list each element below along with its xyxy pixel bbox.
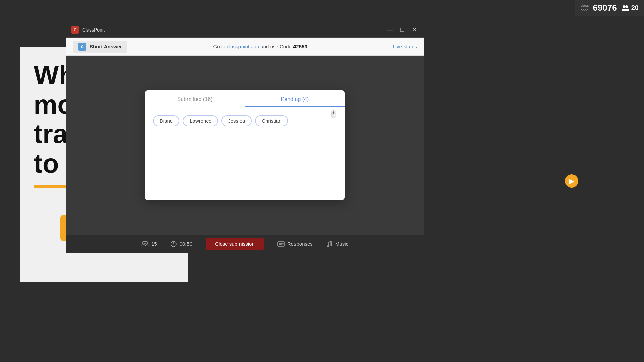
svg-point-7 — [624, 9, 629, 11]
class-code-badge: class code 69076 20 — [575, 0, 644, 16]
instruction-text: Go to — [213, 44, 226, 49]
close-button[interactable]: ✕ — [410, 26, 418, 34]
svg-point-23 — [327, 245, 329, 246]
participants-toolbar-item: 15 — [141, 241, 157, 247]
timer-display: 00:50 — [180, 241, 193, 247]
participants-count-toolbar: 15 — [151, 241, 157, 247]
name-chip-lawrence[interactable]: Lawrence — [183, 115, 218, 126]
svg-point-12 — [142, 241, 145, 244]
responses-label: Responses — [287, 241, 313, 247]
header-bar: C Short Answer Go to classpoint.app and … — [66, 38, 424, 56]
class-code-number: 69076 — [593, 3, 617, 13]
svg-text:C: C — [74, 28, 76, 32]
close-submission-button[interactable]: Close submission — [206, 238, 264, 250]
modal-tabs: Submitted (16) Pending (4) — [145, 90, 345, 107]
modal-body: Diane Lawrence Jessica Christian — [145, 107, 345, 200]
svg-point-13 — [145, 241, 148, 244]
instruction-mid: and use Code — [260, 44, 293, 49]
app-name: ClassPoint — [82, 27, 105, 33]
title-bar: C ClassPoint — □ ✕ — [66, 22, 424, 38]
tab-submitted[interactable]: Submitted (16) — [145, 90, 245, 107]
timer-icon — [170, 241, 177, 247]
participants-count: 20 — [621, 4, 639, 12]
name-chip-jessica[interactable]: Jessica — [221, 115, 252, 126]
status-modal: Submitted (16) Pending (4) Diane Lawrenc… — [145, 90, 345, 200]
class-code-label: class code — [580, 3, 589, 12]
responses-icon — [277, 241, 285, 247]
title-bar-left: C ClassPoint — [71, 26, 105, 34]
main-window: C ClassPoint — □ ✕ C Short Answer Go to … — [66, 22, 424, 253]
live-status-link[interactable]: Live status — [393, 44, 417, 49]
short-answer-mode-icon: C — [79, 44, 85, 50]
svg-text:C: C — [81, 45, 84, 49]
svg-point-5 — [625, 5, 628, 8]
window-controls: — □ ✕ — [386, 26, 418, 34]
next-slide-arrow[interactable]: ▶ — [565, 174, 578, 188]
name-chip-diane[interactable]: Diane — [153, 115, 179, 126]
classpoint-url[interactable]: classpoint.app — [227, 44, 259, 49]
music-toolbar-item[interactable]: Music — [326, 241, 348, 247]
music-icon — [326, 241, 333, 247]
short-answer-label: Short Answer — [90, 44, 122, 49]
short-answer-icon: C — [78, 43, 86, 51]
short-answer-tab[interactable]: C Short Answer — [73, 41, 127, 53]
window-content: Submitted (16) Pending (4) Diane Lawrenc… — [66, 56, 424, 235]
minimize-button[interactable]: — — [386, 26, 394, 34]
bottom-toolbar: 15 00:50 Close submission Responses — [66, 235, 424, 253]
join-code: 42553 — [293, 44, 307, 49]
logo-icon: C — [72, 27, 78, 33]
header-instruction: Go to classpoint.app and use Code 42553 — [213, 44, 307, 49]
name-chip-christian[interactable]: Christian — [255, 115, 288, 126]
responses-toolbar-item[interactable]: Responses — [277, 241, 313, 247]
participants-icon — [621, 5, 629, 11]
maximize-button[interactable]: □ — [398, 26, 406, 34]
timer-toolbar-item: 00:50 — [170, 241, 193, 247]
classpoint-logo: C — [71, 26, 79, 34]
pending-names-list: Diane Lawrence Jessica Christian — [153, 115, 337, 126]
music-label: Music — [335, 241, 348, 247]
svg-point-24 — [330, 244, 331, 246]
svg-point-4 — [623, 5, 625, 8]
participants-toolbar-icon — [141, 241, 149, 247]
tab-pending[interactable]: Pending (4) — [245, 90, 345, 107]
